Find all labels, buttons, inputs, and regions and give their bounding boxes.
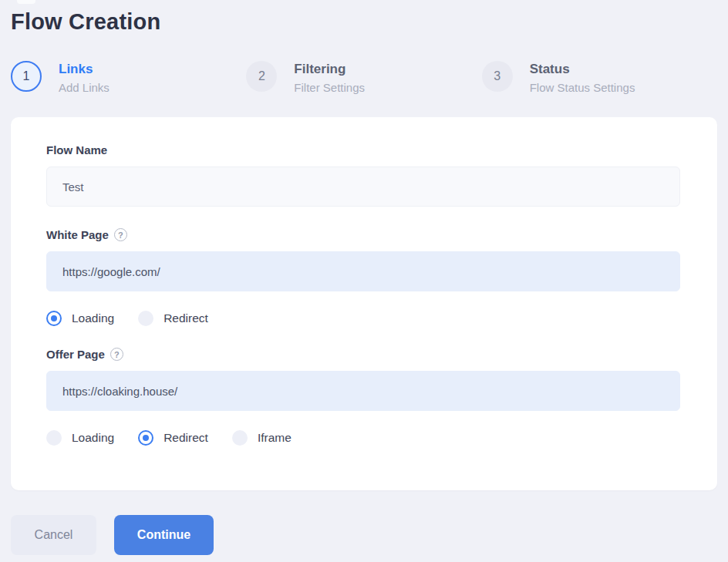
step-2-subtitle: Filter Settings xyxy=(294,81,365,94)
white-page-loading-radio[interactable]: Loading xyxy=(46,311,114,326)
white-page-redirect-radio[interactable]: Redirect xyxy=(138,311,208,326)
step-filtering[interactable]: 2 Filtering Filter Settings xyxy=(246,61,481,94)
radio-label: Iframe xyxy=(258,431,292,445)
flow-creation-page: Flow Creation 1 Links Add Links 2 Filter… xyxy=(0,0,728,555)
white-page-url-input[interactable] xyxy=(46,251,680,291)
flow-name-group: Flow Name xyxy=(46,143,680,207)
radio-icon xyxy=(46,430,62,446)
step-3-badge: 3 xyxy=(482,61,513,92)
radio-label: Loading xyxy=(72,311,114,325)
offer-page-redirect-radio[interactable]: Redirect xyxy=(138,430,208,446)
radio-label: Redirect xyxy=(163,431,208,445)
offer-page-label: Offer Page ? xyxy=(46,348,680,361)
radio-icon xyxy=(138,430,153,446)
step-3-title: Status xyxy=(530,62,635,77)
stepper: 1 Links Add Links 2 Filtering Filter Set… xyxy=(11,61,717,94)
continue-button[interactable]: Continue xyxy=(114,515,214,555)
step-2-badge: 2 xyxy=(246,61,277,92)
offer-page-loading-radio[interactable]: Loading xyxy=(46,430,114,446)
step-1-title: Links xyxy=(59,62,110,77)
question-mark-icon[interactable]: ? xyxy=(114,228,127,241)
radio-icon xyxy=(232,430,248,446)
links-form-card: Flow Name White Page ? Loading Redirect xyxy=(11,117,717,490)
step-2-text: Filtering Filter Settings xyxy=(294,61,365,94)
radio-icon xyxy=(46,311,62,326)
white-page-mode-radio-group: Loading Redirect xyxy=(46,311,680,326)
offer-page-mode-radio-group: Loading Redirect Iframe xyxy=(46,430,680,446)
step-1-subtitle: Add Links xyxy=(59,81,110,94)
offer-page-group: Offer Page ? Loading Redirect Iframe xyxy=(46,348,680,446)
white-page-group: White Page ? Loading Redirect xyxy=(46,228,680,326)
step-1-badge: 1 xyxy=(11,61,42,92)
step-2-title: Filtering xyxy=(294,62,365,77)
offer-page-url-input[interactable] xyxy=(46,371,680,411)
offer-page-iframe-radio[interactable]: Iframe xyxy=(232,430,292,446)
form-actions: Cancel Continue xyxy=(11,515,717,555)
flow-name-input[interactable] xyxy=(46,167,680,207)
flow-name-label-text: Flow Name xyxy=(46,143,107,156)
white-page-label-text: White Page xyxy=(46,228,109,241)
radio-label: Redirect xyxy=(163,311,208,325)
cancel-button[interactable]: Cancel xyxy=(11,515,96,555)
radio-label: Loading xyxy=(72,431,114,445)
step-status[interactable]: 3 Status Flow Status Settings xyxy=(482,61,717,94)
step-1-text: Links Add Links xyxy=(59,61,110,94)
question-mark-icon[interactable]: ? xyxy=(110,348,123,361)
flow-name-label: Flow Name xyxy=(46,143,680,156)
page-title: Flow Creation xyxy=(11,6,717,35)
step-3-subtitle: Flow Status Settings xyxy=(530,81,635,94)
offer-page-label-text: Offer Page xyxy=(46,348,105,361)
radio-icon xyxy=(138,311,153,326)
step-links[interactable]: 1 Links Add Links xyxy=(11,61,246,94)
step-3-text: Status Flow Status Settings xyxy=(530,61,635,94)
white-page-label: White Page ? xyxy=(46,228,680,241)
